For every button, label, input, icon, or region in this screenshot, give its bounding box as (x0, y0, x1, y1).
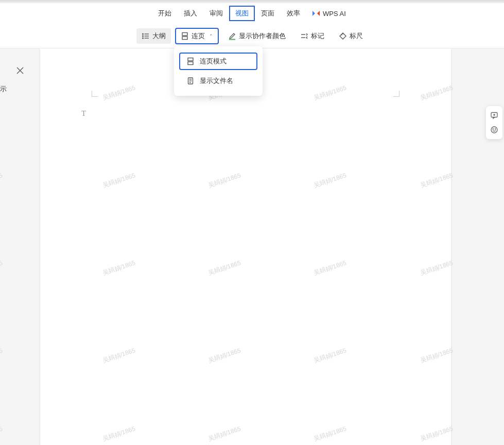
watermark: 吴娟娟/1865 (312, 259, 347, 278)
content-area: 示 T 吴娟娟/1865 吴娟娟/1865 吴娟娟/1865 吴娟娟/1865 … (0, 48, 504, 445)
continuous-mode-icon (186, 57, 195, 65)
ruler-button[interactable]: 标尺 (334, 28, 368, 44)
watermark: 吴娟娟/1865 (312, 424, 347, 443)
menu-review[interactable]: 审阅 (203, 6, 229, 21)
wps-ai-button[interactable]: WPS AI (306, 7, 352, 21)
watermark: 吴娟娟/1865 (101, 259, 136, 278)
list-icon (142, 32, 150, 40)
ruler-label: 标尺 (350, 31, 363, 41)
show-filename-item[interactable]: 显示文件名 (179, 72, 257, 90)
svg-point-26 (495, 129, 496, 129)
menu-view[interactable]: 视图 (229, 6, 255, 21)
watermark: 吴娟娟/1865 (207, 346, 242, 365)
marks-label: 标记 (311, 31, 324, 41)
svg-rect-7 (182, 37, 187, 40)
menu-insert[interactable]: 插入 (178, 6, 203, 21)
text-cursor-placeholder: T (81, 109, 86, 118)
show-author-color-button[interactable]: 显示协作者颜色 (223, 28, 291, 44)
emoji-button[interactable] (488, 124, 500, 136)
svg-point-4 (142, 38, 143, 39)
show-filename-label: 显示文件名 (200, 76, 233, 85)
watermark: 吴娟娟/1865 (101, 83, 136, 102)
pen-icon (228, 32, 236, 40)
svg-line-11 (341, 35, 342, 36)
watermark: 吴娟娟/1865 (101, 346, 136, 365)
wps-ai-icon (312, 10, 320, 17)
svg-rect-6 (182, 32, 187, 36)
ruler-icon (339, 32, 347, 40)
continuous-page-label: 连页 (192, 31, 205, 41)
show-author-color-label: 显示协作者颜色 (239, 31, 286, 41)
watermark: 吴娟娟/1865 (312, 346, 347, 365)
continuous-mode-label: 连页模式 (200, 57, 227, 66)
menu-start[interactable]: 开始 (152, 6, 178, 21)
watermark: 吴娟娟/1865 (312, 171, 347, 190)
marks-button[interactable]: 标记 (295, 28, 329, 44)
svg-rect-13 (188, 58, 193, 61)
add-comment-button[interactable] (488, 109, 500, 122)
menu-page[interactable]: 页面 (255, 6, 281, 21)
outline-label: 大纲 (152, 31, 166, 41)
continuous-page-menu: 连页模式 显示文件名 (174, 46, 263, 96)
svg-point-2 (142, 36, 143, 37)
toolbar: 大纲 连页 ⌃ 显示协作者颜色 标记 (0, 24, 504, 48)
wps-ai-label: WPS AI (323, 10, 346, 18)
svg-point-25 (493, 129, 493, 129)
svg-point-0 (142, 33, 143, 35)
svg-rect-14 (188, 62, 193, 65)
margin-corner-right (393, 91, 399, 97)
close-button[interactable] (16, 67, 24, 76)
watermark: 吴娟娟/1865 (0, 171, 4, 190)
watermark: 吴娟娟/1865 (101, 424, 136, 443)
menu-bar: 开始 插入 审阅 视图 页面 效率 WPS AI (0, 3, 504, 24)
document-page[interactable]: T 吴娟娟/1865 吴娟娟/1865 吴娟娟/1865 吴娟娟/1865 吴娟… (40, 48, 451, 445)
chevron-up-icon: ⌃ (209, 33, 213, 39)
sidebar-label-fragment: 示 (0, 84, 7, 94)
watermark: 吴娟娟/1865 (312, 83, 347, 102)
continuous-page-icon (181, 32, 189, 40)
svg-point-24 (491, 127, 497, 133)
continuous-page-dropdown[interactable]: 连页 ⌃ (175, 28, 219, 44)
continuous-mode-item[interactable]: 连页模式 (179, 53, 257, 70)
watermark: 吴娟娟/1865 (207, 259, 242, 278)
margin-corner-left (92, 91, 98, 97)
menu-efficiency[interactable]: 效率 (281, 6, 306, 21)
watermark: 吴娟娟/1865 (101, 171, 136, 190)
watermark: 吴娟娟/1865 (0, 259, 4, 278)
watermark: 吴娟娟/1865 (0, 346, 4, 365)
floating-panel (486, 106, 502, 139)
watermark: 吴娟娟/1865 (207, 424, 242, 443)
watermark: 吴娟娟/1865 (0, 424, 4, 443)
marks-icon (300, 32, 308, 40)
file-text-icon (186, 77, 195, 85)
watermark: 吴娟娟/1865 (207, 171, 242, 190)
outline-button[interactable]: 大纲 (136, 28, 171, 44)
